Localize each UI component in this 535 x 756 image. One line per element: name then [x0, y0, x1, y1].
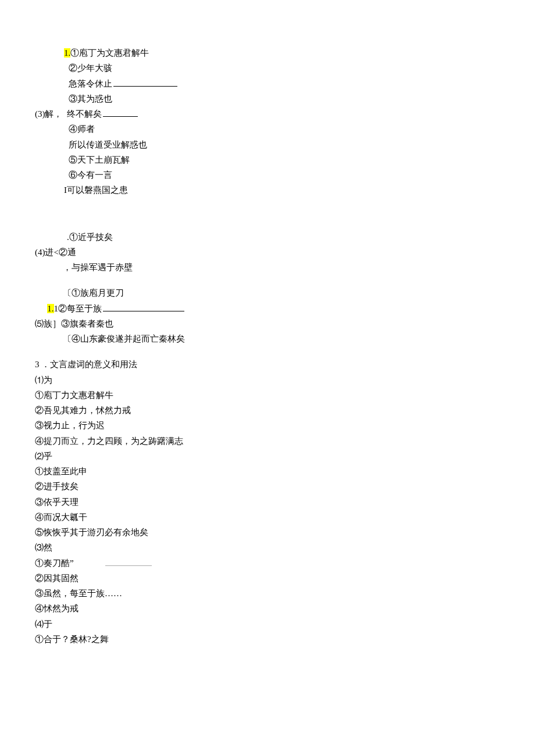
- item-3-4: ④怵然为戒: [35, 601, 500, 616]
- group-1-label: ⑴为: [35, 372, 500, 388]
- label-3: (3)解，: [35, 109, 63, 119]
- line-3-8: ⑤天下土崩瓦解: [35, 152, 500, 167]
- item-2-3: ③依乎天理: [35, 495, 500, 510]
- line-4-1: .①近乎技矣: [35, 230, 500, 245]
- block-3-jie: 1.①庖丁为文惠君解牛 ②少年大骇 急落令休止 ③其为惑也 (3)解， 终不解矣…: [35, 45, 500, 198]
- line-3-6: ④师者: [35, 121, 500, 137]
- group-3-label: ⑶然: [35, 540, 500, 555]
- line-4-label: (4)进<②通: [35, 245, 500, 260]
- item-2-5: ⑤恢恢乎其于游刃必有余地矣: [35, 525, 500, 540]
- line-5-4: 〔④山东豪俊遂并起而亡秦林矣: [35, 331, 500, 346]
- line-3-9: ⑥今有一言: [35, 167, 500, 182]
- item-1-3: ③视力止，行为迟: [35, 418, 500, 433]
- blank-3-5[interactable]: [103, 109, 138, 117]
- group-4-label: ⑷于: [35, 617, 500, 632]
- item-1-2: ②吾见其难力，怵然力戒: [35, 403, 500, 418]
- line-3-2: ②少年大骇: [35, 60, 500, 76]
- item-3-3: ③虽然，每至于族……: [35, 586, 500, 601]
- label-5: ⑸族］: [35, 319, 61, 328]
- line-5-2: 1.1②每至于族: [35, 301, 500, 316]
- line-3-4: ③其为惑也: [35, 91, 500, 106]
- group-2-label: ⑵乎: [35, 449, 500, 464]
- blank-ran-1[interactable]: [105, 557, 152, 566]
- line-4-2: ，与操军遇于赤壁: [35, 260, 500, 275]
- line-5-1: 〔①族庖月更刀: [35, 285, 500, 300]
- item-4-1: ①合于？桑林?之舞: [35, 632, 500, 647]
- item-2-2: ②进手技矣: [35, 479, 500, 494]
- line-3-10: I可以磐燕国之患: [35, 182, 500, 198]
- item-3-2: ②因其固然: [35, 571, 500, 586]
- blank-5-2[interactable]: [103, 303, 184, 311]
- block-4-jin: .①近乎技矣 (4)进<②通 ，与操军遇于赤壁: [35, 230, 500, 275]
- line-3-7: 所以传道受业解惑也: [35, 137, 500, 152]
- highlight-2: 1.: [47, 304, 54, 313]
- text-3-1: ①庖丁为文惠君解牛: [70, 48, 149, 58]
- heading-3: 3 ．文言虚词的意义和用法: [35, 357, 500, 372]
- block-5-zu: 〔①族庖月更刀 1.1②每至于族 ⑸族］③旗秦者秦也 〔④山东豪俊遂并起而亡秦林…: [35, 285, 500, 346]
- item-2-1: ①技盖至此申: [35, 464, 500, 479]
- highlight-1: 1.: [64, 48, 70, 58]
- line-5-3: ⑸族］③旗秦者秦也: [35, 316, 500, 331]
- line-3-1: 1.①庖丁为文惠君解牛: [35, 45, 500, 60]
- item-3-1: ①奏刀酷”: [35, 556, 500, 571]
- blank-3-3[interactable]: [113, 78, 177, 87]
- item-1-4: ④提刀而立，力之四顾，为之踌躇满志: [35, 433, 500, 449]
- item-1-1: ①庖丁力文惠君解牛: [35, 388, 500, 403]
- section-3-xuci: 3 ．文言虚词的意义和用法 ⑴为 ①庖丁力文惠君解牛 ②吾见其难力，怵然力戒 ③…: [35, 357, 500, 647]
- line-3-3: 急落令休止: [35, 76, 500, 91]
- line-3-5: (3)解， 终不解矣: [35, 106, 500, 121]
- item-2-4: ④而况大瓤干: [35, 510, 500, 525]
